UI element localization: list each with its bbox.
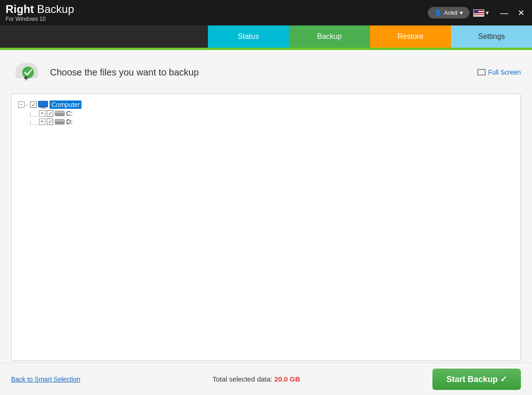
tree-d-checkbox[interactable]: [47, 119, 53, 125]
svg-rect-14: [56, 119, 64, 121]
tab-backup[interactable]: Backup: [289, 25, 370, 48]
svg-point-11: [62, 114, 63, 115]
total-data-value: 20.0 GB: [274, 375, 300, 383]
tree-child-c[interactable]: + C:: [30, 110, 514, 117]
user-icon: 👤: [434, 9, 442, 16]
svg-rect-10: [56, 111, 64, 113]
svg-rect-6: [39, 102, 47, 107]
flag-icon: [473, 9, 484, 17]
tree-connector-c: [30, 112, 38, 117]
tab-restore[interactable]: Restore: [370, 25, 451, 48]
svg-rect-12: [56, 114, 60, 115]
bottom-bar: Back to Smart Selection Total selected d…: [0, 363, 532, 395]
app-title: Right Backup For Windows 10: [6, 3, 74, 22]
svg-point-4: [22, 67, 34, 79]
drive-c-icon: [55, 110, 65, 117]
navbar-spacer: [0, 25, 208, 48]
tab-settings[interactable]: Settings: [451, 25, 532, 48]
cloud-upload-icon: [11, 58, 43, 86]
filetree-box[interactable]: − · Computer + C:: [11, 94, 521, 361]
tab-status-label: Status: [238, 32, 259, 41]
tree-root-label: Computer: [50, 100, 81, 109]
connector-dash: ·: [26, 101, 29, 108]
computer-icon: [38, 100, 48, 109]
app-subtitle: For Windows 10: [6, 16, 74, 22]
tree-expand-d-btn[interactable]: +: [39, 119, 45, 125]
tree-c-label: C:: [66, 110, 73, 117]
page-heading: Choose the files you want to backup: [50, 67, 477, 78]
start-backup-button[interactable]: Start Backup ✓: [432, 369, 521, 390]
fullscreen-label: Full Screen: [488, 69, 521, 76]
total-data-label: Total selected data: 20.0 GB: [80, 375, 432, 383]
tree-root-item[interactable]: − · Computer: [18, 100, 514, 109]
tree-d-label: D:: [66, 118, 73, 125]
total-label-text: Total selected data:: [213, 375, 272, 383]
user-dropdown-icon: ▾: [460, 9, 463, 16]
back-to-smart-selection-link[interactable]: Back to Smart Selection: [11, 376, 80, 383]
app-title-bold: Right: [6, 3, 34, 15]
language-button[interactable]: ▾: [473, 9, 489, 17]
svg-rect-8: [40, 108, 46, 108]
user-label: Ankit: [444, 9, 457, 16]
tree-c-checkbox[interactable]: [47, 110, 53, 117]
main-content: Choose the files you want to backup Full…: [0, 50, 532, 363]
svg-rect-7: [41, 107, 45, 108]
tab-restore-label: Restore: [397, 32, 423, 41]
svg-rect-16: [56, 123, 60, 124]
titlebar-controls: 👤 Ankit ▾ ▾ — ✕: [428, 0, 532, 25]
tree-root-checkbox[interactable]: [30, 101, 37, 108]
tab-status[interactable]: Status: [208, 25, 289, 48]
titlebar: Right Backup For Windows 10 👤 Ankit ▾ ▾ …: [0, 0, 532, 25]
app-title-main: Right Backup: [6, 3, 74, 15]
close-button[interactable]: ✕: [514, 8, 528, 18]
fullscreen-link[interactable]: Full Screen: [477, 69, 521, 76]
navbar: Status Backup Restore Settings: [0, 25, 532, 48]
tab-backup-label: Backup: [317, 32, 342, 41]
window-controls: — ✕: [493, 8, 532, 18]
tree-collapse-btn[interactable]: −: [18, 101, 25, 108]
tree-connector-d: [30, 120, 38, 125]
minimize-button[interactable]: —: [496, 8, 512, 18]
user-button[interactable]: 👤 Ankit ▾: [428, 7, 469, 19]
tree-child-d[interactable]: + D:: [30, 118, 514, 125]
drive-d-icon: [55, 118, 65, 125]
lang-dropdown-icon: ▾: [486, 9, 489, 16]
tree-expand-c-btn[interactable]: +: [39, 110, 45, 117]
header-row: Choose the files you want to backup Full…: [11, 58, 521, 86]
svg-point-15: [62, 122, 63, 124]
fullscreen-icon: [477, 69, 486, 75]
tab-settings-label: Settings: [478, 32, 505, 41]
app-title-normal: Backup: [34, 3, 74, 15]
